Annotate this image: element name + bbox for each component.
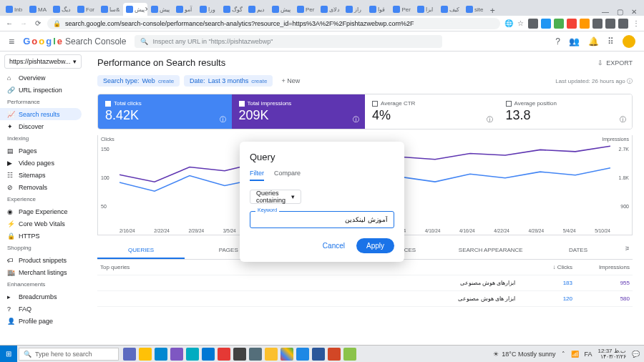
extension-icon[interactable] xyxy=(592,19,602,29)
tray-wifi-icon[interactable]: 📶 xyxy=(571,351,579,358)
taskbar-app-icon[interactable] xyxy=(343,348,356,361)
sun-icon: ☀ xyxy=(493,351,499,358)
nav-back[interactable]: ← xyxy=(4,19,14,27)
browser-tab[interactable]: For xyxy=(74,3,97,16)
browser-tab[interactable]: پیش✕ xyxy=(123,3,147,16)
nav-reload[interactable]: ⟳ xyxy=(33,19,43,27)
modal-title: Query xyxy=(250,152,394,162)
taskbar-app-icon[interactable] xyxy=(218,348,230,361)
extension-icon[interactable] xyxy=(541,19,551,29)
taskbar-word-icon[interactable] xyxy=(312,348,325,361)
extension-icon[interactable] xyxy=(554,19,564,29)
browser-tab[interactable]: آمو xyxy=(173,3,196,16)
browser-tab-strip: InbMAدیگForسا&پیش✕پیشآمووراگوگدیمپیشPerد… xyxy=(0,0,644,16)
action-center-icon[interactable]: 💬 xyxy=(632,351,640,358)
taskbar-app-icon[interactable] xyxy=(296,348,309,361)
browser-menu-icon[interactable]: ⋮ xyxy=(633,19,640,27)
taskbar-search[interactable]: 🔍 Type here to search xyxy=(19,348,119,361)
taskbar-app-icon[interactable] xyxy=(202,348,215,361)
extension-icon[interactable] xyxy=(528,19,538,29)
taskbar-app-icon[interactable] xyxy=(170,348,183,361)
taskbar-app-icon[interactable] xyxy=(249,348,262,361)
tray-chevron-icon[interactable]: ˄ xyxy=(562,351,565,358)
browser-tab[interactable]: Per xyxy=(294,3,317,16)
chevron-down-icon: ▾ xyxy=(291,193,295,200)
start-button[interactable]: ⊞ xyxy=(0,346,17,363)
browser-tab[interactable]: ورا xyxy=(197,3,220,16)
browser-tab[interactable]: گوگ xyxy=(220,3,245,16)
extension-icon[interactable] xyxy=(567,19,577,29)
browser-tab[interactable]: قوا xyxy=(366,3,389,16)
nav-forward[interactable]: → xyxy=(19,19,29,27)
url-text: search.google.com/search-console/perform… xyxy=(65,20,414,27)
clock-date[interactable]: ۱۴۰۳/۰۲/۲۶ xyxy=(598,354,626,360)
extensions xyxy=(528,19,628,29)
browser-tab[interactable]: راز xyxy=(343,3,366,16)
cancel-button[interactable]: Cancel xyxy=(317,238,351,253)
modal-tab-filter[interactable]: Filter xyxy=(250,170,264,181)
taskbar-app-icon[interactable] xyxy=(265,348,278,361)
taskbar-powerpoint-icon[interactable] xyxy=(328,348,341,361)
search-icon: 🔍 xyxy=(24,351,31,358)
browser-tab[interactable]: Inb xyxy=(3,3,26,16)
browser-tab[interactable]: Per xyxy=(390,3,413,16)
new-tab-button[interactable]: + xyxy=(487,6,498,16)
taskbar-app-icon[interactable] xyxy=(139,348,152,361)
site-info-icon[interactable]: 🔒 xyxy=(53,20,61,27)
bookmark-icon[interactable]: ☆ xyxy=(517,19,524,27)
taskbar-app-icon[interactable] xyxy=(233,348,246,361)
keyword-field-label: Keyword xyxy=(255,207,279,212)
browser-tab[interactable]: پیش xyxy=(269,3,293,16)
extension-icon[interactable] xyxy=(580,19,590,29)
browser-tab[interactable]: دیگ xyxy=(50,3,74,16)
query-filter-modal: Query Filter Compare Queries containing … xyxy=(240,142,404,262)
browser-tab[interactable]: سا& xyxy=(98,3,122,16)
language-indicator[interactable]: FA xyxy=(585,351,592,358)
url-input[interactable]: 🔒 search.google.com/search-console/perfo… xyxy=(47,18,500,29)
taskbar-app-icon[interactable] xyxy=(123,348,136,361)
browser-tab[interactable]: کیف xyxy=(438,3,462,16)
browser-tab[interactable]: دیم xyxy=(245,3,268,16)
browser-tab[interactable]: MA xyxy=(26,3,49,16)
taskbar-app-icon[interactable] xyxy=(155,348,167,361)
windows-taskbar: ⊞ 🔍 Type here to search ☀ 18°C Mostly su… xyxy=(0,345,644,362)
browser-tab[interactable]: دلای xyxy=(318,3,342,16)
translate-icon[interactable]: 🌐 xyxy=(504,19,513,27)
window-maximize[interactable]: ▢ xyxy=(613,8,627,16)
modal-tab-compare[interactable]: Compare xyxy=(274,170,301,181)
extension-icon[interactable] xyxy=(605,19,615,29)
window-close[interactable]: ✕ xyxy=(627,8,641,16)
taskbar-chrome-icon[interactable] xyxy=(280,348,293,361)
extension-icon[interactable] xyxy=(618,19,628,29)
weather-widget[interactable]: ☀ 18°C Mostly sunny xyxy=(493,351,555,358)
browser-tab[interactable]: پیش xyxy=(148,3,172,16)
taskbar-app-icon[interactable] xyxy=(186,348,199,361)
browser-tab[interactable]: site xyxy=(463,3,486,16)
apply-button[interactable]: Apply xyxy=(356,238,394,253)
window-minimize[interactable]: — xyxy=(598,8,613,16)
filter-operator-dropdown[interactable]: Queries containing ▾ xyxy=(250,190,301,204)
browser-tab[interactable]: ابزا xyxy=(414,3,437,16)
tab-close-icon[interactable]: ✕ xyxy=(145,6,147,13)
taskbar-apps xyxy=(123,348,356,361)
keyword-input[interactable] xyxy=(250,211,394,228)
address-bar: ← → ⟳ 🔒 search.google.com/search-console… xyxy=(0,16,644,31)
